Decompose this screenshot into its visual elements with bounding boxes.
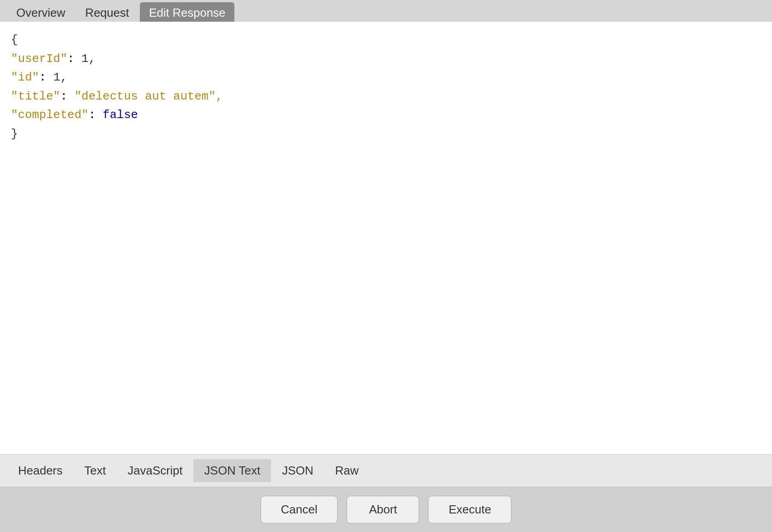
tab-request[interactable]: Request xyxy=(76,2,138,24)
tab-text[interactable]: Text xyxy=(73,459,117,482)
json-line-id: "id": 1, xyxy=(11,68,761,87)
json-key-userid: "userId" xyxy=(11,52,67,66)
action-bar: Cancel Abort Execute xyxy=(0,487,772,532)
abort-button[interactable]: Abort xyxy=(347,496,419,523)
cancel-button[interactable]: Cancel xyxy=(261,496,338,523)
top-tab-bar: Overview Request Edit Response xyxy=(0,0,772,22)
tab-headers[interactable]: Headers xyxy=(7,459,73,482)
json-key-completed: "completed" xyxy=(11,108,89,122)
tab-json-text[interactable]: JSON Text xyxy=(193,459,271,482)
json-line-completed: "completed": false xyxy=(11,106,761,125)
json-value-id: 1, xyxy=(46,71,67,84)
json-line-userid: "userId": 1, xyxy=(11,50,761,69)
json-line-title: "title": "delectus aut autem", xyxy=(11,87,761,106)
json-key-title: "title" xyxy=(11,90,60,103)
execute-button[interactable]: Execute xyxy=(428,496,511,523)
json-open-brace: { xyxy=(11,31,761,50)
tab-raw[interactable]: Raw xyxy=(324,459,369,482)
json-value-completed: false xyxy=(103,108,138,122)
json-editor[interactable]: { "userId": 1, "id": 1, "title": "delect… xyxy=(0,22,772,454)
json-value-title: "delectus aut autem", xyxy=(67,90,223,103)
json-value-userid: 1, xyxy=(74,52,95,66)
tab-json[interactable]: JSON xyxy=(271,459,324,482)
bottom-tab-bar: Headers Text JavaScript JSON Text JSON R… xyxy=(0,454,772,487)
json-key-id: "id" xyxy=(11,71,39,84)
tab-overview[interactable]: Overview xyxy=(7,2,74,24)
json-close-brace: } xyxy=(11,125,761,144)
tab-edit-response[interactable]: Edit Response xyxy=(140,2,234,24)
tab-javascript[interactable]: JavaScript xyxy=(117,459,193,482)
